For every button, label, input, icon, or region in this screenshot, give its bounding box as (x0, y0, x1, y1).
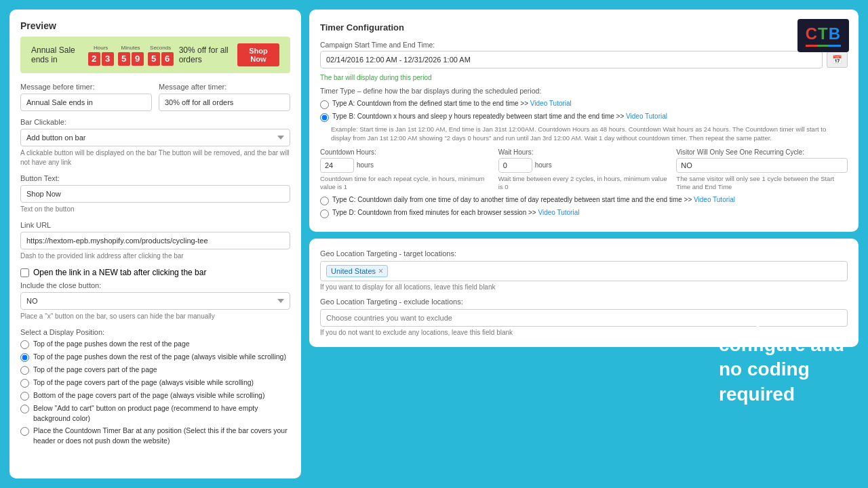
type-a-row: Type A: Countdown from the defined start… (320, 99, 848, 109)
seconds-group: Seconds 5 6 (148, 45, 174, 66)
left-panel: Preview Annual Sale ends in Hours 2 3 Mi… (9, 9, 301, 479)
type-a-text: Type A: Countdown from the defined start… (332, 99, 572, 108)
message-before-label: Message before timer: (20, 83, 152, 91)
link-url-label: Link URL (20, 221, 290, 229)
type-c-link[interactable]: Video Tutorial (694, 196, 735, 203)
geo-target-label: Geo Location Targeting - target location… (320, 249, 848, 258)
seconds-label: Seconds (150, 45, 171, 51)
display-position-radio-7[interactable] (20, 427, 29, 436)
type-a-radio[interactable] (320, 100, 329, 109)
button-text-label: Button Text: (20, 174, 290, 182)
minutes-digit-1: 5 (118, 52, 130, 66)
type-d-radio[interactable] (320, 209, 329, 218)
countdown-row: Countdown Hours: hours Countdown time fo… (320, 148, 848, 192)
shop-now-preview-button[interactable]: Shop Now (237, 43, 279, 66)
button-text-note: Text on the button (20, 205, 290, 214)
visitor-col: Visitor Will Only See One Recurring Cycl… (676, 148, 848, 192)
preview-bar: Annual Sale ends in Hours 2 3 Minutes 5 … (20, 37, 290, 73)
geo-tag-us-remove[interactable]: × (378, 267, 383, 275)
countdown-hours-input[interactable] (320, 158, 354, 173)
visitor-label: Visitor Will Only See One Recurring Cycl… (676, 148, 848, 156)
type-c-radio[interactable] (320, 197, 329, 205)
display-position-label: Select a Display Position: (20, 328, 290, 336)
message-after-input[interactable] (159, 94, 290, 111)
type-a-link[interactable]: Video Tutorial (530, 100, 572, 107)
display-position-text-3: Top of the page covers part of the page (33, 365, 157, 375)
display-position-radio-1[interactable] (20, 340, 29, 349)
countdown-hours-note: Countdown time for each repeat cycle, in… (320, 175, 492, 192)
open-new-tab-label: Open the link in a NEW tab after clickin… (33, 268, 206, 277)
preview-title: Preview (20, 20, 290, 31)
display-position-text-5: Bottom of the page covers part of the pa… (33, 390, 264, 401)
display-position-radio-5[interactable] (20, 392, 29, 401)
timer-panel: Timer Configuration ▲ Campaign Start Tim… (309, 9, 859, 232)
display-position-radio-4[interactable] (20, 379, 29, 388)
ctb-logo: CTB (797, 19, 849, 52)
display-position-row-3: Top of the page covers part of the page (20, 365, 290, 375)
display-position-row-5: Bottom of the page covers part of the pa… (20, 390, 290, 401)
hours-label: Hours (94, 45, 108, 51)
display-position-row-4: Top of the page covers part of the page … (20, 378, 290, 388)
campaign-time-note: The bar will display during this period (320, 74, 848, 81)
display-position-radio-3[interactable] (20, 366, 29, 375)
wait-hours-note: Wait time between every 2 cycles, in hou… (498, 175, 670, 192)
type-c-row: Type C: Countdown daily from one time of… (320, 195, 848, 205)
type-b-link[interactable]: Video Tutorial (626, 113, 667, 120)
countdown-hours-label: Countdown Hours: (320, 148, 492, 156)
bar-clickable-select[interactable]: Add button on bar Make bar clickable No … (20, 129, 290, 146)
seconds-digits: 5 6 (148, 52, 174, 66)
type-b-row: Type B: Countdown x hours and sleep y ho… (320, 112, 848, 122)
type-d-link[interactable]: Video Tutorial (538, 209, 579, 216)
open-new-tab-row: Open the link in a NEW tab after clickin… (20, 268, 290, 277)
type-b-radio[interactable] (320, 113, 329, 122)
geo-tag-us: United States × (326, 265, 388, 277)
display-position-row-6: Below "Add to cart" button on product pa… (20, 403, 290, 423)
display-position-text-1: Top of the page pushes down the rest of … (33, 339, 190, 349)
display-position-radio-2[interactable] (20, 353, 29, 362)
tagline: Easy to configure and no coding required (719, 308, 854, 407)
campaign-time-label: Campaign Start Time and End Time: (320, 41, 848, 49)
bar-clickable-note: A clickable button will be displayed on … (20, 148, 290, 167)
message-before-input[interactable] (20, 94, 152, 111)
countdown-hours-unit: hours (357, 161, 374, 169)
button-text-input[interactable] (20, 185, 290, 203)
hours-digit-1: 2 (88, 52, 100, 66)
geo-target-note: If you want to display for all locations… (320, 283, 848, 291)
geo-target-input[interactable]: United States × (320, 261, 848, 281)
wait-hours-input[interactable] (498, 158, 532, 173)
hours-digits: 2 3 (88, 52, 114, 66)
minutes-digits: 5 9 (118, 52, 144, 66)
wait-hours-input-row: hours (498, 158, 670, 173)
type-b-example: Example: Start time is Jan 1st 12:00 AM,… (331, 125, 848, 143)
display-position-text-6: Below "Add to cart" button on product pa… (33, 403, 290, 423)
display-position-radio-6[interactable] (20, 405, 29, 413)
type-d-row: Type D: Countdown from fixed minutes for… (320, 208, 848, 218)
geo-exclude-label: Geo Location Targeting - exclude locatio… (320, 298, 848, 306)
countdown-hours-input-row: hours (320, 158, 492, 173)
bar-message-before: Annual Sale ends in (31, 45, 83, 64)
campaign-time-input[interactable] (320, 51, 823, 68)
seconds-digit-2: 6 (161, 52, 174, 66)
hours-group: Hours 2 3 (88, 45, 114, 66)
right-panels: Timer Configuration ▲ Campaign Start Tim… (309, 9, 859, 479)
type-b-text: Type B: Countdown x hours and sleep y ho… (332, 112, 667, 121)
link-url-note: Dash to the provided link address after … (20, 251, 290, 261)
display-position-text-2: Top of the page pushes down the rest of … (33, 352, 286, 362)
minutes-digit-2: 9 (132, 52, 144, 66)
display-position-text-4: Top of the page covers part of the page … (33, 378, 254, 388)
timer-digits: Hours 2 3 Minutes 5 9 Seconds (88, 45, 174, 66)
ctb-c: C (806, 24, 818, 43)
minutes-group: Minutes 5 9 (118, 45, 144, 66)
visitor-select[interactable]: NO YES (676, 158, 848, 173)
type-c-text: Type C: Countdown daily from one time of… (332, 195, 735, 205)
ctb-b: B (829, 24, 841, 43)
open-new-tab-checkbox[interactable] (20, 268, 29, 277)
calendar-icon[interactable]: 📅 (827, 52, 848, 68)
link-url-input[interactable] (20, 232, 290, 249)
wait-hours-unit: hours (535, 161, 552, 169)
message-after-label: Message after timer: (159, 83, 290, 91)
wait-hours-label: Wait Hours: (498, 148, 670, 156)
visitor-note: The same visitor will only see 1 cycle b… (676, 175, 848, 192)
timer-panel-title: Timer Configuration (320, 22, 404, 33)
close-button-select[interactable]: NO YES (20, 292, 290, 310)
